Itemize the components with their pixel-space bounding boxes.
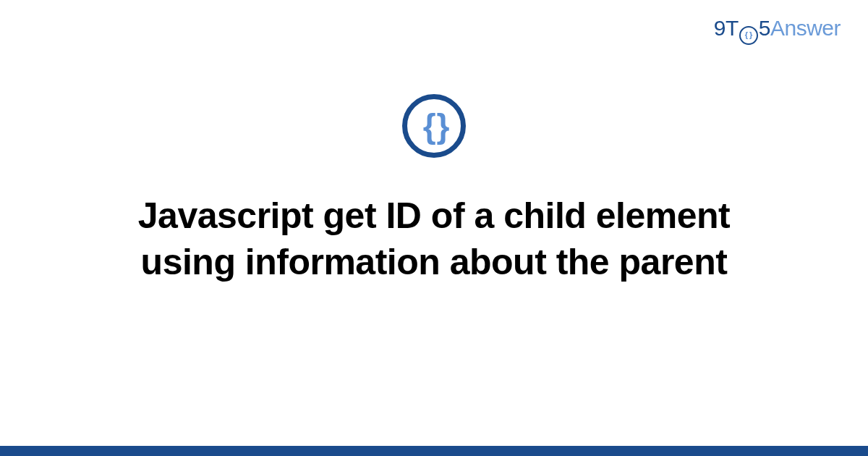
logo-circle-icon: { } bbox=[739, 26, 758, 45]
bottom-accent-bar bbox=[0, 446, 868, 456]
main-content: { } Javascript get ID of a child element… bbox=[0, 94, 868, 285]
logo-circle-braces: { } bbox=[745, 31, 752, 39]
site-logo: 9T { } 5 Answer bbox=[714, 16, 841, 43]
category-icon-circle: { } bbox=[402, 94, 466, 158]
page-title: Javascript get ID of a child element usi… bbox=[87, 193, 781, 285]
logo-text-9t: 9T bbox=[714, 16, 739, 41]
code-braces-icon: { } bbox=[423, 109, 446, 143]
logo-text-5: 5 bbox=[759, 16, 770, 41]
logo-text-answer: Answer bbox=[770, 16, 841, 41]
